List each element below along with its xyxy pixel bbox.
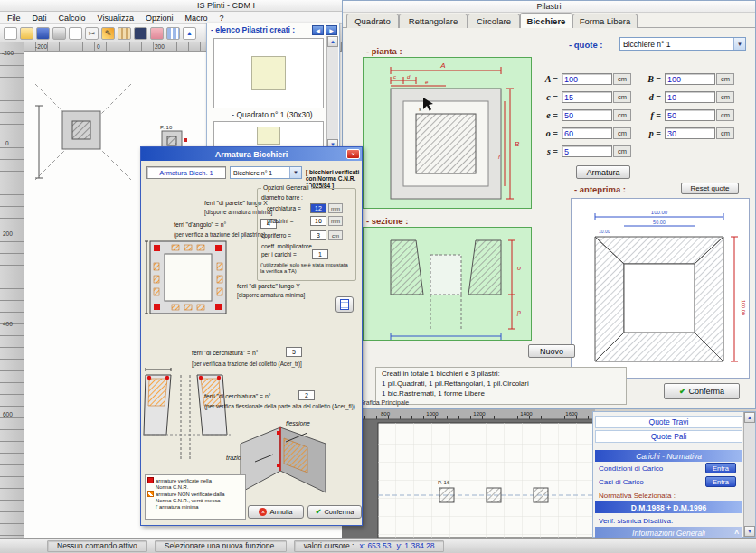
field-input-o[interactable]	[562, 127, 612, 139]
dialog-conferma-label: Conferma	[324, 508, 354, 516]
copriferro-unit: cm	[328, 230, 343, 240]
scroll-up-icon[interactable]: ▲	[327, 36, 338, 47]
grafica-principale-tab[interactable]: Grafica Principale	[359, 399, 409, 406]
tab-bicchiere[interactable]: Bicchiere	[520, 13, 572, 28]
right-panel-scrollbar[interactable]: ▲ ▼	[743, 412, 755, 537]
field-label-f: f =	[638, 110, 661, 120]
menu-dati[interactable]: Dati	[33, 14, 47, 23]
field-unit-o: cm	[613, 127, 631, 139]
conferma-button[interactable]: ✔ Conferma	[664, 383, 740, 399]
eraser-icon[interactable]	[150, 27, 164, 40]
verifica-sismica-status: Verif. sismica Disattiva.	[599, 517, 673, 525]
pilastro-card[interactable]	[213, 38, 324, 108]
check-icon: ✔	[679, 387, 686, 396]
coeff-input[interactable]	[312, 249, 328, 259]
chevron-up-icon[interactable]: ^	[734, 529, 739, 538]
entra-condizioni-button[interactable]: Entra	[705, 463, 736, 473]
menu-macro[interactable]: Macro	[184, 14, 207, 23]
pencil-icon[interactable]: ✎	[101, 27, 115, 40]
opzioni-generali-group: Opzioni Generali diametro barre : cerchi…	[257, 188, 356, 281]
report-icon-button[interactable]	[335, 296, 354, 313]
armatura-titlebar: Armatura Bicchieri	[141, 147, 362, 161]
cut-icon[interactable]: ✂	[85, 27, 99, 40]
copriferro-label: copriferro =	[261, 232, 291, 239]
tab-forma-libera[interactable]: Forma Libera	[572, 14, 638, 28]
cerchiatura2-label: ferri "di cerchiatura" = n°	[204, 393, 270, 399]
dialog-conferma-button[interactable]: ✔ Conferma	[307, 505, 362, 519]
verified-norma-text: [ bicchieri verificati con Norma C.N.R. …	[306, 169, 362, 189]
quote-select[interactable]: Bicchiere n° 1 ▼	[619, 37, 746, 51]
print-icon[interactable]	[52, 27, 66, 40]
casi-carico-link[interactable]: Casi di Carico	[599, 478, 644, 486]
report-icon	[340, 299, 349, 310]
bicchiere-select[interactable]: Bicchiere n° 1 ▼	[230, 166, 302, 179]
field-input-e[interactable]	[562, 109, 612, 121]
scroll-down-icon[interactable]: ▼	[744, 526, 755, 537]
print-preview-icon[interactable]	[69, 27, 82, 40]
pilastro-card[interactable]	[213, 121, 324, 149]
sezione-dim-o: o	[517, 265, 521, 271]
bicchiere-select-value: Bicchiere n° 1	[233, 170, 272, 176]
annulla-button[interactable]: × Annulla	[248, 505, 304, 519]
field-label-p: p =	[638, 128, 661, 138]
check-icon: ✔	[316, 508, 322, 516]
created-summary: Creati in totale 1 bicchieri e 3 pilastr…	[375, 367, 627, 405]
chevron-down-icon[interactable]: ▼	[289, 167, 301, 178]
close-icon[interactable]: ×	[346, 149, 360, 159]
tab-circolare[interactable]: Circolare	[468, 14, 520, 28]
field-input-f[interactable]	[665, 109, 715, 121]
menu-visualizza[interactable]: Visualizza	[98, 14, 134, 23]
field-input-A[interactable]	[562, 73, 612, 85]
tab-rettangolare[interactable]: Rettangolare	[399, 14, 468, 28]
reset-quote-button[interactable]: Reset quote	[681, 183, 739, 194]
prev-pilastro-button[interactable]: ◀	[312, 25, 324, 35]
sezione-diagram: o p	[364, 228, 531, 340]
elenco-scrollbar[interactable]: ▲ ▼	[326, 36, 338, 150]
cad-bottom-view[interactable]: 800 1000 1200 1400 1600 P. 16	[342, 408, 595, 538]
cerchiatura-diam-input[interactable]	[310, 203, 326, 213]
tab-quadrato[interactable]: Quadrato	[346, 14, 399, 28]
nuovo-button[interactable]: Nuovo	[528, 344, 575, 358]
field-input-d[interactable]	[665, 91, 715, 103]
entra-casi-button[interactable]: Entra	[705, 476, 736, 487]
menu-calcolo[interactable]: Calcolo	[59, 14, 86, 23]
columns-icon[interactable]	[166, 27, 180, 40]
anteprima-dim: 100.00	[741, 300, 746, 315]
pilastrini-diam-input[interactable]	[310, 216, 326, 226]
field-label-A: A =	[534, 74, 558, 84]
save-icon[interactable]	[36, 27, 50, 40]
status-cursor: valori cursore : x: 653.53 y: 1 384.28	[294, 540, 445, 552]
new-file-icon[interactable]	[4, 27, 17, 40]
field-input-c[interactable]	[562, 91, 612, 103]
normativa-value[interactable]: D.M.1988 + D.M.1996	[595, 501, 742, 513]
parete-diagram	[145, 238, 235, 321]
verified-color-swatch	[147, 477, 154, 483]
arrow-up-icon[interactable]: ▲	[183, 27, 196, 40]
pianta-dim-d: d	[407, 74, 411, 80]
pianta-diagram: A c d e B f s	[364, 58, 531, 208]
menu-help[interactable]: ?	[219, 14, 223, 23]
quote-travi-button[interactable]: Quote Travi	[595, 416, 742, 428]
copriferro-input[interactable]	[310, 230, 326, 240]
condizioni-carico-link[interactable]: Condizioni di Carico	[599, 464, 663, 473]
quote-pali-button[interactable]: Quote Pali	[595, 430, 742, 443]
cancel-x-icon: ×	[259, 508, 267, 516]
cerchiatura1-input[interactable]	[286, 347, 302, 357]
armatura-button[interactable]: Armatura	[576, 165, 630, 179]
next-pilastro-button[interactable]: ▶	[326, 25, 337, 35]
field-input-p[interactable]	[665, 127, 715, 139]
menu-file[interactable]: File	[7, 14, 21, 23]
ruler-icon[interactable]	[118, 27, 131, 40]
bottom-ruler-num: 1400	[520, 411, 533, 417]
bottom-ruler-num: 1600	[565, 411, 578, 417]
open-folder-icon[interactable]	[20, 27, 33, 40]
field-input-B[interactable]	[665, 73, 715, 85]
cerchiatura2-input[interactable]	[298, 390, 315, 400]
menu-opzioni[interactable]: Opzioni	[146, 14, 174, 23]
field-unit-f: cm	[716, 109, 734, 121]
scroll-up-icon[interactable]: ▲	[744, 412, 755, 423]
field-input-s[interactable]	[562, 145, 612, 157]
pianta-dim-a: A	[439, 61, 445, 70]
monitor-icon[interactable]	[134, 27, 147, 40]
chevron-down-icon[interactable]: ▼	[733, 38, 745, 50]
